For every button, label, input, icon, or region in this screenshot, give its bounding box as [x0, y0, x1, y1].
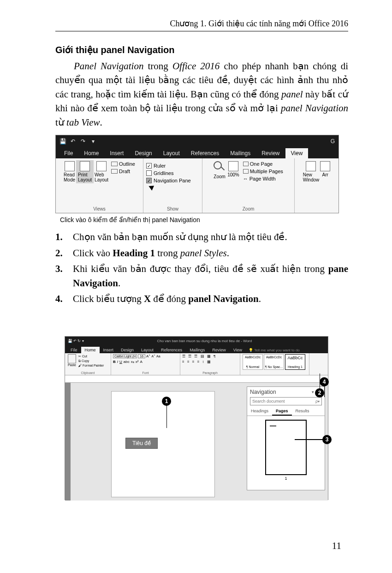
paste-icon[interactable]	[68, 354, 76, 363]
callout-3: 3	[322, 435, 332, 444]
redo-icon[interactable]: ↻	[77, 339, 81, 343]
nav-page-number: 1	[247, 476, 325, 481]
nav-tabs: Headings Pages Results	[247, 407, 325, 416]
tab-mailings[interactable]: Mailings	[186, 347, 208, 353]
tab-file[interactable]: File	[59, 148, 78, 158]
titlebar-2: 💾 ↶ ↻ ▾ Cho van ban ban muon su dung nhu…	[65, 337, 328, 345]
tab-insert[interactable]: Insert	[104, 148, 129, 158]
clipboard-label: Clipboard	[65, 371, 111, 374]
save-icon[interactable]: 💾	[59, 138, 66, 145]
ruler-checkbox[interactable]: ✓Ruler	[146, 163, 166, 169]
shrink-font-icon[interactable]: A˅	[151, 355, 155, 358]
change-case-icon[interactable]: Aa	[156, 355, 160, 358]
intro-italic-3: panel	[281, 89, 303, 100]
tab-references[interactable]: References	[157, 347, 186, 353]
nav-dropdown-icon[interactable]: ▾	[312, 390, 314, 394]
sub-icon[interactable]: x₂	[131, 360, 134, 364]
nav-tab-pages[interactable]: Pages	[272, 407, 292, 416]
tab-references[interactable]: References	[185, 148, 225, 158]
screenshot-word-home: 💾 ↶ ↻ ▾ Cho van ban ban muon su dung nhu…	[65, 336, 328, 500]
tab-insert[interactable]: Insert	[100, 347, 118, 353]
bold-icon[interactable]: B	[113, 360, 116, 364]
nav-search-input[interactable]: Search document ρ▾	[250, 397, 322, 405]
callout-4: 4	[320, 377, 329, 386]
cursor-icon	[150, 184, 156, 192]
intro-italic-5: tab View	[66, 117, 100, 128]
cut-button[interactable]: ✂ Cut	[78, 354, 104, 359]
step-2: 2.Click vào Heading 1 trong panel Styles…	[55, 246, 348, 260]
sup-icon[interactable]: x²	[136, 360, 139, 364]
chapter-header: Chương 1. Giới thiệu các tính năng mới O…	[55, 18, 348, 31]
font-size-select[interactable]: 16	[138, 354, 145, 358]
tab-mailings[interactable]: Mailings	[225, 148, 256, 158]
new-window-button[interactable]: New Window	[303, 160, 320, 183]
navigation-pane-checkbox[interactable]: ✓Navigation Pane	[146, 178, 191, 183]
font-label: Font	[111, 371, 180, 374]
undo-icon[interactable]: ↶	[70, 138, 76, 145]
callout-1: 1	[162, 397, 171, 406]
screenshot1-caption: Click vào ô kiểm để ẩn/hiển thị panel Na…	[60, 216, 348, 223]
copy-button[interactable]: ⧉ Copy	[78, 359, 104, 363]
italic-icon[interactable]: I	[117, 360, 118, 364]
section-heading: Giới thiệu panel Navigation	[55, 44, 348, 55]
tab-layout[interactable]: Layout	[158, 148, 185, 158]
one-page-button[interactable]: One Page	[243, 161, 283, 167]
style-normal[interactable]: AaBbCcDc¶ Normal	[243, 354, 263, 370]
web-layout-button[interactable]: Web Layout	[95, 160, 108, 183]
paragraph-row2[interactable]: ≡ ≡ ≡ ≡ ↕ ▦	[182, 360, 238, 364]
outline-button[interactable]: Outline	[111, 161, 135, 167]
tab-view[interactable]: View	[230, 347, 246, 353]
tab-review[interactable]: Review	[208, 347, 230, 353]
tab-design[interactable]: Design	[117, 347, 137, 353]
style-heading1[interactable]: AaBbCcHeading 1	[285, 354, 305, 370]
show-group-label: Show	[143, 206, 202, 211]
save-icon[interactable]: 💾	[68, 339, 72, 343]
intro-paragraph: Panel Navigation trong Office 2016 cho p…	[55, 59, 348, 129]
multiple-pages-button[interactable]: Multiple Pages	[243, 169, 283, 174]
grow-font-icon[interactable]: A˄	[146, 354, 150, 358]
nav-tab-headings[interactable]: Headings	[247, 407, 272, 416]
tab-file[interactable]: File	[67, 347, 81, 353]
qat-customize-icon[interactable]: ▾	[90, 138, 96, 145]
redo-icon[interactable]: ↷	[80, 138, 86, 145]
nav-search-placeholder: Search document	[252, 399, 285, 404]
tell-me[interactable]: 💡 Tell me what you want to do	[246, 347, 303, 353]
zoom-100-button[interactable]: 100%	[227, 160, 239, 178]
screenshot-ribbon-view: 💾 ↶ ↷ ▾ G File Home Insert Design Layout…	[55, 135, 339, 213]
tab-home[interactable]: Home	[81, 347, 100, 353]
ruler	[65, 375, 328, 383]
step-3: 3.Khi kiểu văn bản được thay đổi, tiêu đ…	[55, 262, 348, 290]
highlight-icon[interactable]: A	[140, 360, 142, 364]
draft-button[interactable]: Draft	[111, 169, 135, 174]
tab-layout[interactable]: Layout	[137, 347, 157, 353]
step-4: 4.Click biểu tượng X để đóng panel Navig…	[55, 292, 348, 306]
gridlines-checkbox[interactable]: Gridlines	[146, 170, 173, 176]
read-mode-button[interactable]: Read Mode	[64, 160, 75, 183]
titlebar: 💾 ↶ ↷ ▾ G	[56, 135, 339, 147]
tab-home[interactable]: Home	[78, 148, 104, 158]
paragraph-label: Paragraph	[180, 371, 240, 374]
font-name-select[interactable]: Calibri Light (H	[113, 354, 137, 358]
tab-review[interactable]: Review	[256, 148, 285, 158]
paste-label: Paste	[67, 363, 77, 367]
step-1: 1.Chọn văn bản bạn muốn sử dụng như là m…	[55, 230, 348, 244]
undo-icon[interactable]: ↶	[73, 339, 77, 343]
selected-heading-text[interactable]: Tiêu đề	[125, 438, 158, 449]
document-page[interactable]: Tiêu đề	[111, 391, 215, 497]
page-width-button[interactable]: ↔Page Width	[243, 176, 283, 181]
strike-icon[interactable]: abc	[124, 360, 130, 364]
style-nospacing[interactable]: AaBbCcDc¶ No Spac...	[264, 354, 284, 370]
navigation-title: Navigation	[250, 389, 276, 395]
zoom-button[interactable]: Zoom	[214, 160, 226, 180]
format-painter-button[interactable]: 🖌 Format Painter	[78, 363, 104, 368]
intro-italic-1: Panel Navigation	[74, 60, 143, 72]
print-layout-button[interactable]: Print Layout	[76, 160, 94, 183]
underline-icon[interactable]: U	[119, 360, 122, 364]
paragraph-row1[interactable]: ☰ ☰ ☰ ▤ ▦ ¶	[182, 354, 238, 358]
nav-tab-results[interactable]: Results	[292, 407, 313, 416]
callout-2: 2	[315, 388, 324, 398]
arrange-button[interactable]: Arr	[320, 160, 330, 183]
tab-design[interactable]: Design	[129, 148, 157, 158]
tab-view[interactable]: View	[285, 148, 309, 158]
nav-thumbnail[interactable]	[265, 420, 307, 475]
